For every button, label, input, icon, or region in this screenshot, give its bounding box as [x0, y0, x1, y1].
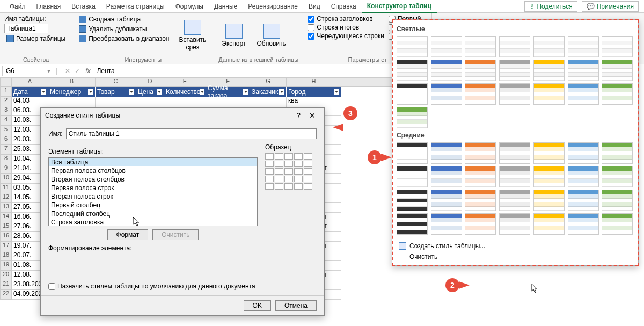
filter-icon[interactable]	[88, 89, 93, 95]
table-style-swatch[interactable]	[533, 60, 565, 81]
table-header-6[interactable]: Заказчик	[250, 87, 287, 97]
table-style-swatch[interactable]	[397, 142, 428, 164]
table-style-swatch[interactable]	[465, 213, 496, 235]
format-button[interactable]: Формат	[107, 229, 149, 240]
table-style-swatch[interactable]	[568, 142, 599, 164]
cancel-formula-icon[interactable]: ✕	[63, 67, 72, 75]
table-style-swatch[interactable]	[397, 36, 428, 57]
col-header-D[interactable]: D	[136, 77, 164, 87]
table-style-swatch[interactable]	[397, 166, 428, 187]
table-header-0[interactable]: Дата	[12, 87, 48, 97]
insert-slicer-button[interactable]: Вставить срез	[175, 15, 209, 55]
table-style-swatch[interactable]	[431, 190, 462, 211]
cell-H2[interactable]: ква	[287, 97, 341, 106]
table-style-swatch[interactable]	[499, 36, 530, 57]
table-element-option[interactable]: Первая полоса строк	[49, 184, 257, 192]
banded-rows-check[interactable]: Чередующиеся строки	[308, 32, 384, 40]
table-style-swatch[interactable]	[397, 107, 428, 128]
row-header-18[interactable]: 18	[0, 251, 12, 261]
table-style-swatch[interactable]	[533, 190, 565, 211]
new-table-style-item[interactable]: Создать стиль таблицы...	[396, 241, 635, 251]
table-element-option[interactable]: Первая полоса столбцов	[49, 166, 257, 175]
total-row-check[interactable]: Строка итогов	[308, 24, 384, 31]
row-header-12[interactable]: 12	[0, 193, 12, 203]
row-header-7[interactable]: 7	[0, 145, 12, 155]
select-all-corner[interactable]	[0, 77, 12, 87]
col-header-B[interactable]: B	[48, 77, 96, 87]
table-style-swatch[interactable]	[568, 166, 599, 187]
col-header-C[interactable]: C	[96, 77, 136, 87]
table-style-swatch[interactable]	[602, 142, 633, 164]
table-style-swatch[interactable]	[431, 213, 462, 235]
table-style-swatch[interactable]	[397, 213, 428, 235]
tab-home[interactable]: Главная	[31, 1, 67, 12]
table-style-swatch[interactable]	[499, 166, 530, 187]
table-style-swatch[interactable]	[533, 166, 565, 187]
filter-icon[interactable]	[157, 89, 162, 95]
row-header-3[interactable]: 3	[0, 106, 12, 116]
row-header-22[interactable]: 22	[0, 290, 12, 300]
row-header-16[interactable]: 16	[0, 232, 12, 242]
filter-icon[interactable]	[334, 89, 339, 95]
filter-icon[interactable]	[279, 89, 284, 95]
tab-table-design[interactable]: Конструктор таблиц	[362, 0, 437, 13]
tab-insert[interactable]: Вставка	[66, 1, 101, 12]
row-header-10[interactable]: 10	[0, 174, 12, 184]
table-style-swatch[interactable]	[533, 213, 565, 235]
resize-table-button[interactable]: Размер таблицы	[4, 34, 68, 43]
table-style-swatch[interactable]	[568, 60, 599, 81]
table-style-swatch[interactable]	[602, 213, 633, 235]
export-button[interactable]: Экспорт	[218, 15, 249, 55]
table-element-option[interactable]: Вторая полоса строк	[49, 192, 257, 201]
table-style-swatch[interactable]	[431, 60, 462, 81]
row-header-20[interactable]: 20	[0, 271, 12, 280]
filter-icon[interactable]	[200, 89, 204, 95]
tab-formulas[interactable]: Формулы	[170, 1, 209, 12]
row-header-11[interactable]: 11	[0, 184, 12, 193]
pivot-button[interactable]: Сводная таблица	[77, 15, 171, 24]
row-header-6[interactable]: 6	[0, 135, 12, 145]
refresh-button[interactable]: Обновить	[253, 15, 289, 55]
header-row-check[interactable]: Строка заголовков	[308, 15, 384, 23]
table-style-swatch[interactable]	[568, 190, 599, 211]
table-style-swatch[interactable]	[465, 166, 496, 187]
tab-page-layout[interactable]: Разметка страницы	[101, 1, 170, 12]
table-style-swatch[interactable]	[465, 36, 496, 57]
table-element-option[interactable]: Строка заголовка	[49, 218, 257, 226]
fx-icon[interactable]: fx	[82, 67, 93, 75]
cell-A2[interactable]: 04.03	[12, 97, 48, 106]
table-style-swatch[interactable]	[397, 60, 428, 81]
table-element-option[interactable]: Последний столбец	[49, 209, 257, 218]
col-header-A[interactable]: A	[12, 77, 48, 87]
table-style-swatch[interactable]	[602, 36, 633, 57]
table-style-swatch[interactable]	[465, 142, 496, 164]
row-header-14[interactable]: 14	[0, 213, 12, 222]
comments-button[interactable]: 💬Примечания	[582, 1, 639, 12]
table-style-swatch[interactable]	[499, 142, 530, 164]
table-element-option[interactable]: Вторая полоса столбцов	[49, 175, 257, 184]
table-style-swatch[interactable]	[431, 142, 462, 164]
cancel-button[interactable]: Отмена	[275, 300, 317, 311]
table-element-option[interactable]: Первый столбец	[49, 201, 257, 209]
table-style-swatch[interactable]	[568, 83, 599, 105]
ok-button[interactable]: OK	[244, 300, 271, 311]
table-style-swatch[interactable]	[602, 166, 633, 187]
table-style-swatch[interactable]	[465, 83, 496, 105]
row-header-9[interactable]: 9	[0, 164, 12, 174]
table-style-swatch[interactable]	[397, 190, 428, 211]
table-style-swatch[interactable]	[431, 166, 462, 187]
clear-style-item[interactable]: Очистить	[396, 251, 635, 262]
row-header-13[interactable]: 13	[0, 203, 12, 213]
row-header-5[interactable]: 5	[0, 126, 12, 135]
table-style-swatch[interactable]	[465, 60, 496, 81]
accept-formula-icon[interactable]: ✓	[72, 67, 82, 75]
col-header-H[interactable]: H	[287, 77, 341, 87]
col-header-E[interactable]: E	[164, 77, 206, 87]
convert-range-button[interactable]: Преобразовать в диапазон	[77, 34, 171, 43]
row-header-8[interactable]: 8	[0, 155, 12, 164]
row-header-19[interactable]: 19	[0, 261, 12, 271]
table-style-swatch[interactable]	[533, 83, 565, 105]
table-name-input[interactable]	[4, 24, 48, 33]
tab-review[interactable]: Рецензирование	[243, 1, 303, 12]
table-style-swatch[interactable]	[499, 83, 530, 105]
